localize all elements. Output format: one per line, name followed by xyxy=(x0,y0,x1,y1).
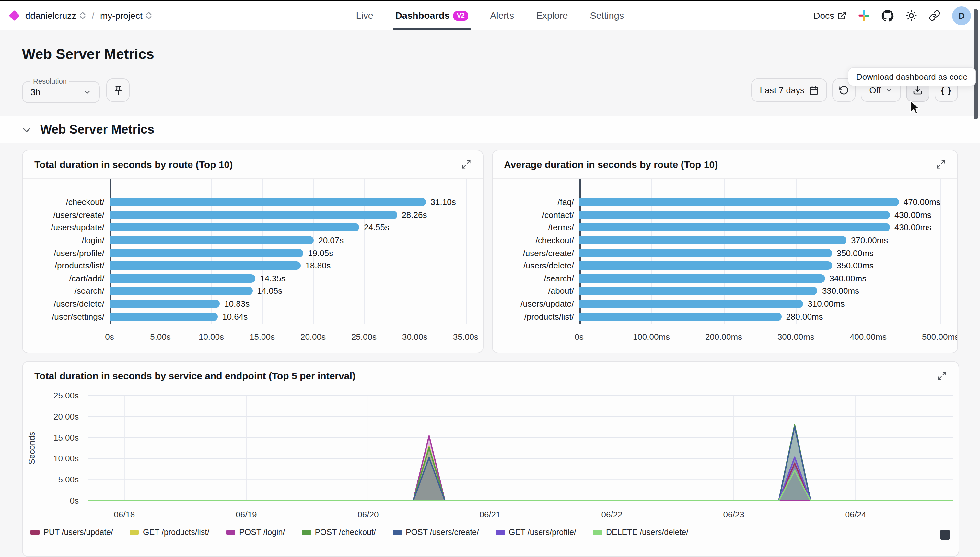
org-name: ddanielcruzz xyxy=(25,10,76,21)
bar[interactable] xyxy=(579,249,832,257)
bar[interactable] xyxy=(579,312,781,321)
bar[interactable] xyxy=(109,312,218,321)
bar-value-label: 24.55s xyxy=(364,223,389,233)
bar-chart[interactable]: /faq/470.00ms/contact/430.00ms/terms/430… xyxy=(492,179,957,353)
github-icon[interactable] xyxy=(881,10,894,22)
bar-row: /users/update/310.00ms xyxy=(492,298,957,310)
bar-category-label: /faq/ xyxy=(492,197,579,207)
tab-alerts[interactable]: Alerts xyxy=(490,1,514,30)
expand-panel-icon[interactable] xyxy=(936,160,946,169)
tab-settings[interactable]: Settings xyxy=(590,1,624,30)
auto-refresh-value: Off xyxy=(869,85,881,95)
bar-category-label: /users/update/ xyxy=(492,299,579,309)
svg-text:15.00s: 15.00s xyxy=(54,433,79,442)
bar-value-label: 20.07s xyxy=(318,235,343,245)
x-axis-tick: 400.00ms xyxy=(850,332,887,342)
bar[interactable] xyxy=(109,249,303,257)
legend-item[interactable]: GET /users/profile/ xyxy=(496,528,576,537)
bar[interactable] xyxy=(579,198,899,207)
theme-toggle-sun-icon[interactable] xyxy=(905,10,917,21)
project-switcher[interactable]: my-project xyxy=(100,10,152,21)
bar-value-label: 350.00ms xyxy=(837,248,874,258)
legend-item[interactable]: POST /login/ xyxy=(226,528,285,537)
bar[interactable] xyxy=(109,274,256,283)
x-axis-tick: 20.00s xyxy=(301,332,326,342)
legend-item[interactable]: POST /users/create/ xyxy=(393,528,479,537)
bar[interactable] xyxy=(109,211,397,219)
legend-item[interactable]: DELETE /users/delete/ xyxy=(593,528,688,537)
bar-value-label: 28.26s xyxy=(401,210,427,220)
bar[interactable] xyxy=(109,236,314,244)
sort-chevrons-icon xyxy=(79,12,86,20)
bar[interactable] xyxy=(109,300,220,308)
bar[interactable] xyxy=(579,223,890,232)
tab-dashboards[interactable]: DashboardsV2 xyxy=(395,1,468,30)
bar-row: /about/330.00ms xyxy=(492,285,957,297)
panel-title: Total duration in seconds by service and… xyxy=(34,370,356,381)
expand-panel-icon[interactable] xyxy=(461,160,471,169)
bar[interactable] xyxy=(579,236,847,244)
resolution-select[interactable]: Resolution 3h xyxy=(22,77,100,103)
user-avatar[interactable]: D xyxy=(952,6,971,25)
bar[interactable] xyxy=(579,300,803,308)
bar[interactable] xyxy=(109,262,301,270)
x-axis: 0s100.00ms200.00ms300.00ms400.00ms500.00… xyxy=(579,332,941,345)
main-nav-tabs: LiveDashboardsV2AlertsExploreSettings xyxy=(356,1,624,30)
x-axis-tick: 10.00s xyxy=(199,332,224,342)
bar[interactable] xyxy=(579,287,817,295)
svg-text:0s: 0s xyxy=(70,496,79,505)
docs-link[interactable]: Docs xyxy=(813,10,847,21)
slack-icon[interactable] xyxy=(858,10,870,21)
bar-chart[interactable]: /checkout/31.10s/users/create/28.26s/use… xyxy=(23,179,483,353)
docs-label: Docs xyxy=(813,10,834,21)
bar[interactable] xyxy=(109,198,426,207)
resolution-value: 3h xyxy=(31,87,41,97)
bar-row: /users/delete/350.00ms xyxy=(492,259,957,272)
svg-text:06/24: 06/24 xyxy=(845,510,866,520)
bar[interactable] xyxy=(109,287,252,295)
bar-row: /search/14.05s xyxy=(23,285,483,297)
bar[interactable] xyxy=(579,211,890,219)
bar-value-label: 340.00ms xyxy=(829,274,866,283)
floating-widget[interactable] xyxy=(940,530,950,540)
org-switcher[interactable]: ddanielcruzz xyxy=(25,10,86,21)
legend-label: DELETE /users/delete/ xyxy=(606,528,688,537)
bar-value-label: 430.00ms xyxy=(894,223,931,233)
legend-label: POST /users/create/ xyxy=(406,528,479,537)
bar-value-label: 470.00ms xyxy=(904,197,941,207)
chevron-down-icon xyxy=(83,88,91,96)
bar[interactable] xyxy=(579,274,825,283)
bar-category-label: /login/ xyxy=(23,235,109,245)
section-collapse-chevron-icon[interactable] xyxy=(22,125,31,134)
bar-value-label: 31.10s xyxy=(431,197,456,207)
bar-value-label: 18.80s xyxy=(305,261,331,271)
legend-item[interactable]: POST /checkout/ xyxy=(302,528,376,537)
section-title: Web Server Metrics xyxy=(40,122,154,137)
app-window: ddanielcruzz / my-project LiveDashboards… xyxy=(0,0,980,557)
time-range-button[interactable]: Last 7 days xyxy=(751,78,827,102)
tab-live[interactable]: Live xyxy=(356,1,373,30)
brand-logo-icon[interactable] xyxy=(9,10,20,21)
tab-explore[interactable]: Explore xyxy=(536,1,568,30)
tab-label: Alerts xyxy=(490,10,514,21)
dashboard-section-header[interactable]: Web Server Metrics xyxy=(0,116,980,143)
legend-item[interactable]: PUT /users/update/ xyxy=(31,528,113,537)
bar[interactable] xyxy=(109,223,359,232)
page-content: Web Server Metrics Resolution 3h Last 7 … xyxy=(0,46,980,557)
share-link-icon[interactable] xyxy=(929,10,941,21)
scrollbar-thumb[interactable] xyxy=(973,9,978,119)
svg-text:06/20: 06/20 xyxy=(358,510,379,520)
download-tooltip: Download dashboard as code xyxy=(848,67,976,86)
legend-swatch xyxy=(226,530,235,535)
bar-value-label: 280.00ms xyxy=(786,311,823,321)
svg-text:06/19: 06/19 xyxy=(236,510,257,520)
panel-title: Total duration in seconds by route (Top … xyxy=(34,159,233,170)
expand-panel-icon[interactable] xyxy=(937,371,947,381)
area-chart[interactable]: 0s5.00s10.00s15.00s20.00s25.00s06/1806/1… xyxy=(23,390,959,526)
panel-average-duration-by-route: Average duration in seconds by route (To… xyxy=(492,150,958,353)
pin-toolbar-button[interactable] xyxy=(106,78,130,102)
bar-value-label: 350.00ms xyxy=(837,261,874,271)
svg-text:25.00s: 25.00s xyxy=(54,391,79,401)
legend-item[interactable]: GET /products/list/ xyxy=(130,528,210,537)
bar[interactable] xyxy=(579,262,832,270)
